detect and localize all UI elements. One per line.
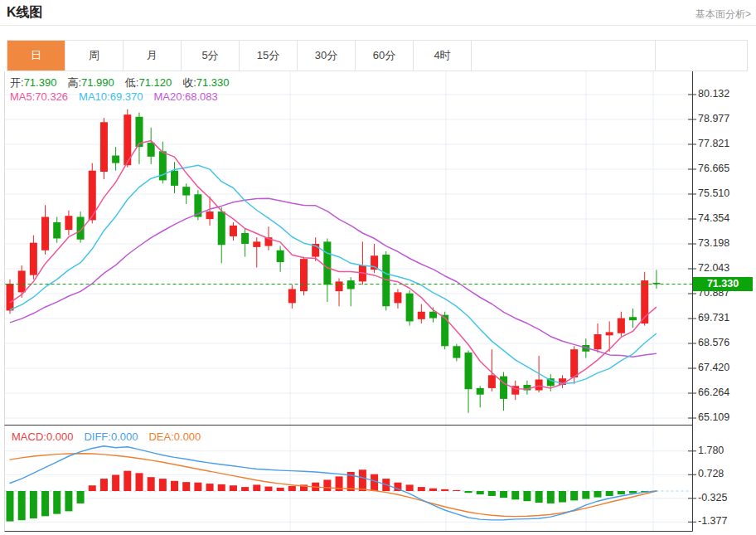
y-axis-label: 65.109 [698,411,729,424]
macd-bar [18,491,26,520]
macd-axis-label: 1.780 [698,445,724,457]
y-axis-label: 73.198 [698,237,729,250]
macd-bar [371,474,378,491]
macd-bar [511,491,519,499]
macd-bar [536,491,543,503]
candle [488,375,496,388]
candle [7,284,14,310]
candle [570,349,578,377]
y-axis-label: 69.731 [698,312,729,324]
ohlc-readout-item: 开:71.390 [10,76,56,89]
candle [112,156,119,163]
kline-page: K线图 基本面分析> 日周月5分15分30分60分4时 开:71.390高:71… [0,0,756,535]
macd-axis-label: -1.377 [698,515,727,528]
macd-bar [182,482,190,491]
y-axis-label: 78.977 [698,113,729,125]
candle [171,171,178,186]
macd-bar [418,487,425,491]
macd-bar [194,483,201,491]
candle [206,212,214,219]
macd-bar [559,491,566,503]
candle [253,241,260,246]
candle [606,332,613,335]
macd-bar [7,491,14,522]
macd-bar [124,471,131,491]
candle [323,241,331,285]
candle [100,122,108,172]
macd-bar [277,488,284,491]
macd-bar [323,479,331,491]
candle [182,187,190,195]
candle [536,380,543,391]
y-axis-label: 74.354 [698,212,729,225]
macd-readout: MACD:0.000DIFF:0.000DEA:0.000 [12,430,211,443]
candle [629,317,637,320]
macd-readout-item: MACD:0.000 [12,430,73,443]
ohlc-readout-item: 高:71.990 [67,76,114,89]
ma-readout-item: MA10:69.370 [79,90,143,103]
y-axis-label: 72.043 [698,262,729,275]
macd-bar [65,491,72,511]
macd-bar [77,491,85,503]
macd-bar [453,490,460,491]
macd-bar [618,491,625,494]
candle [277,250,284,262]
candle [336,281,343,291]
candle [18,270,26,292]
macd-bar [264,487,272,491]
macd-bar [41,491,49,516]
macd-bar [629,491,637,494]
candle [406,294,414,322]
macd-bar [89,485,96,491]
candle [477,388,484,395]
macd-bar [570,491,578,500]
y-axis-label: 76.665 [698,163,729,175]
ohlc-readout-item: 低:71.120 [125,76,172,89]
ma-readout-item: MA5:70.326 [10,90,68,103]
candle [65,216,72,230]
candle [300,259,308,291]
candle [41,217,49,250]
candle [230,226,237,236]
macd-bar [465,491,472,493]
macd-bar [359,469,366,491]
candle [347,280,355,289]
macd-bar [171,481,178,491]
candle [218,212,225,245]
macd-axis-label: -0.325 [698,492,727,504]
ma-readout-item: MA20:68.083 [153,90,217,103]
ohlc-readout-item: 收:71.330 [182,76,229,89]
ma5-line [10,141,657,389]
candle [453,346,460,357]
y-axis-label: 66.264 [698,387,729,399]
macd-bar [100,479,108,491]
macd-bar [288,486,296,491]
macd-bar [594,491,602,498]
y-axis-label: 67.420 [698,362,729,374]
y-axis-label: 75.510 [698,187,729,200]
macd-bar [206,484,214,491]
y-axis-label: 68.576 [698,337,729,349]
ma20-line [10,198,657,357]
macd-bar [477,491,484,494]
macd-bar [148,477,155,491]
candle [594,334,602,349]
candle [500,377,507,399]
candle [618,319,625,333]
macd-bar [30,491,37,518]
macd-bar [253,484,260,491]
macd-readout-item: DEA:0.000 [148,430,201,443]
candle [30,243,37,275]
ma-readout: MA5:70.326MA10:69.370MA20:68.083 [10,90,229,103]
macd-bar [441,489,448,491]
macd-bar [406,484,414,491]
candle [148,143,155,157]
macd-bar [523,491,531,501]
candle [441,315,448,347]
candle [418,312,425,319]
macd-bar [135,473,143,491]
y-axis-label: 80.132 [698,88,729,100]
candle [394,292,401,303]
ohlc-readout: 开:71.390高:71.990低:71.120收:71.330 [10,75,240,90]
candle [465,353,472,389]
